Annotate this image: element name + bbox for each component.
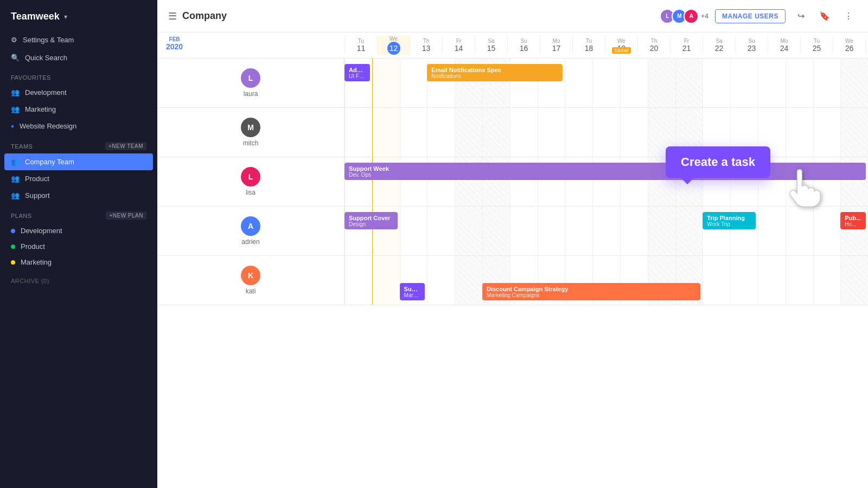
row-cell[interactable] xyxy=(565,59,592,107)
row-cell[interactable] xyxy=(400,256,427,305)
create-task-tooltip[interactable]: Create a task xyxy=(666,146,770,178)
row-cell[interactable] xyxy=(648,59,675,107)
sidebar-item-product-team[interactable]: 👥 Product xyxy=(0,170,157,187)
row-cell[interactable] xyxy=(703,256,730,305)
row-cell[interactable] xyxy=(730,59,758,107)
row-cell[interactable] xyxy=(620,59,648,107)
row-cell[interactable] xyxy=(840,256,868,305)
row-cell[interactable] xyxy=(455,108,482,157)
row-cell[interactable] xyxy=(813,256,841,305)
row-cell[interactable] xyxy=(510,157,538,206)
row-cell[interactable] xyxy=(648,207,675,255)
row-cell[interactable] xyxy=(592,256,620,305)
row-cell[interactable] xyxy=(786,108,813,157)
sidebar-item-marketing-plan[interactable]: Marketing xyxy=(0,254,157,270)
sidebar-item-support-team[interactable]: 👥 Support xyxy=(0,187,157,204)
row-cell[interactable] xyxy=(372,256,400,305)
row-cell[interactable] xyxy=(482,207,510,255)
row-cell[interactable] xyxy=(510,207,538,255)
sidebar-item-marketing-fav[interactable]: 👥 Marketing xyxy=(0,101,157,118)
row-cell[interactable] xyxy=(455,59,482,107)
row-cell[interactable] xyxy=(427,256,455,305)
row-cell[interactable] xyxy=(510,256,538,305)
row-cell[interactable] xyxy=(510,59,538,107)
row-cell[interactable] xyxy=(730,207,758,255)
sidebar-item-product-plan[interactable]: Product xyxy=(0,239,157,254)
row-cell[interactable] xyxy=(538,256,565,305)
row-cell[interactable] xyxy=(344,207,372,255)
row-cell[interactable] xyxy=(786,256,813,305)
menu-icon[interactable]: ☰ xyxy=(168,10,177,22)
row-cell[interactable] xyxy=(675,207,703,255)
row-cell[interactable] xyxy=(840,59,868,107)
row-cell[interactable] xyxy=(538,157,565,206)
row-cell[interactable] xyxy=(813,207,841,255)
row-cell[interactable] xyxy=(344,108,372,157)
row-cell[interactable] xyxy=(482,256,510,305)
row-cell[interactable] xyxy=(344,59,372,107)
row-cell[interactable] xyxy=(427,108,455,157)
row-cell[interactable] xyxy=(813,59,841,107)
settings-nav-item[interactable]: ⚙ Settings & Team xyxy=(0,31,157,49)
row-cell[interactable] xyxy=(482,59,510,107)
row-cell[interactable] xyxy=(372,157,400,206)
sidebar-item-development-fav[interactable]: 👥 Development xyxy=(0,84,157,101)
row-cell[interactable] xyxy=(730,256,758,305)
row-cell[interactable] xyxy=(592,59,620,107)
new-plan-button[interactable]: +New Plan xyxy=(106,211,146,220)
row-cell[interactable] xyxy=(703,207,730,255)
row-cell[interactable] xyxy=(455,207,482,255)
row-cell[interactable] xyxy=(400,59,427,107)
sidebar-item-website-redesign-fav[interactable]: ● Website Redesign xyxy=(0,118,157,134)
row-cell[interactable] xyxy=(565,157,592,206)
app-logo[interactable]: Teamweek xyxy=(11,11,60,22)
row-cell[interactable] xyxy=(592,157,620,206)
row-cell[interactable] xyxy=(455,256,482,305)
sidebar-item-development-plan[interactable]: Development xyxy=(0,223,157,239)
row-cell[interactable] xyxy=(786,157,813,206)
row-cell[interactable] xyxy=(592,108,620,157)
row-cell[interactable] xyxy=(620,157,648,206)
row-cell[interactable] xyxy=(538,108,565,157)
row-cell[interactable] xyxy=(427,207,455,255)
row-cell[interactable] xyxy=(344,256,372,305)
row-cell[interactable] xyxy=(482,108,510,157)
row-cell[interactable] xyxy=(840,207,868,255)
more-options-icon[interactable]: ⋮ xyxy=(840,8,857,25)
row-cell[interactable] xyxy=(813,108,841,157)
sidebar-item-company-team[interactable]: 👥 Company Team xyxy=(4,153,153,170)
row-cell[interactable] xyxy=(427,59,455,107)
row-cell[interactable] xyxy=(758,207,786,255)
row-cell[interactable] xyxy=(592,207,620,255)
row-cell[interactable] xyxy=(840,108,868,157)
row-cell[interactable] xyxy=(372,59,400,107)
row-cell[interactable] xyxy=(400,108,427,157)
new-team-button[interactable]: +New Team xyxy=(105,142,146,150)
row-cell[interactable] xyxy=(400,207,427,255)
row-cell[interactable] xyxy=(565,207,592,255)
logo-dropdown-icon[interactable]: ▾ xyxy=(64,13,67,21)
row-cell[interactable] xyxy=(482,157,510,206)
bookmark-icon[interactable]: 🔖 xyxy=(816,8,833,25)
row-cell[interactable] xyxy=(620,207,648,255)
row-cell[interactable] xyxy=(538,207,565,255)
quick-search-nav-item[interactable]: 🔍 Quick Search xyxy=(0,49,157,67)
row-cell[interactable] xyxy=(648,256,675,305)
row-cell[interactable] xyxy=(675,256,703,305)
manage-users-button[interactable]: MANAGE USERS xyxy=(715,9,786,23)
share-icon[interactable]: ↪ xyxy=(792,8,809,25)
row-cell[interactable] xyxy=(840,157,868,206)
row-cell[interactable] xyxy=(758,256,786,305)
row-cell[interactable] xyxy=(510,108,538,157)
row-cell[interactable] xyxy=(758,59,786,107)
row-cell[interactable] xyxy=(703,59,730,107)
row-cell[interactable] xyxy=(675,59,703,107)
row-cell[interactable] xyxy=(344,157,372,206)
row-cell[interactable] xyxy=(620,108,648,157)
row-cell[interactable] xyxy=(786,207,813,255)
row-cell[interactable] xyxy=(813,157,841,206)
row-cell[interactable] xyxy=(538,59,565,107)
row-cell[interactable] xyxy=(565,256,592,305)
row-cell[interactable] xyxy=(565,108,592,157)
row-cell[interactable] xyxy=(620,256,648,305)
